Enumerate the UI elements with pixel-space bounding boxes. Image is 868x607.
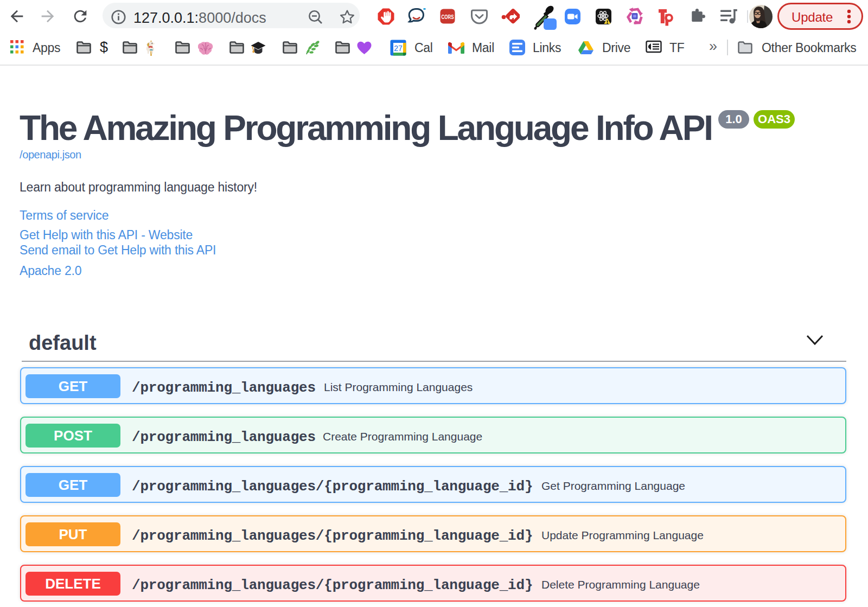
svg-text:27: 27	[394, 44, 403, 53]
svg-text:CORS: CORS	[442, 14, 454, 20]
